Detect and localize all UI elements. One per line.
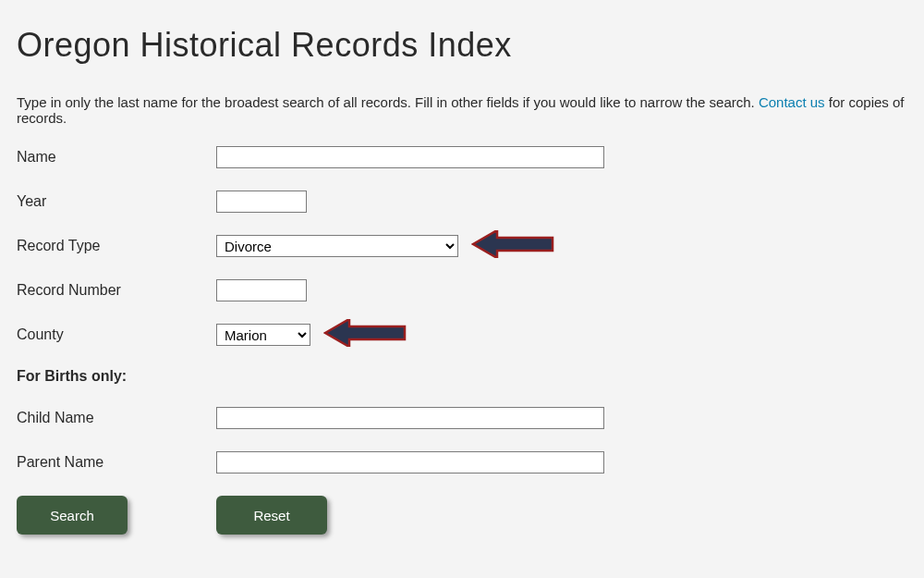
record-number-label: Record Number — [17, 282, 216, 299]
page-title: Oregon Historical Records Index — [17, 26, 907, 65]
year-input[interactable] — [216, 191, 307, 213]
contact-us-link[interactable]: Contact us — [759, 94, 825, 110]
record-type-select[interactable]: Divorce — [216, 235, 458, 257]
reset-button[interactable]: Reset — [216, 496, 327, 535]
parent-name-label: Parent Name — [17, 454, 216, 471]
child-name-input[interactable] — [216, 407, 604, 429]
parent-name-input[interactable] — [216, 451, 604, 473]
record-type-label: Record Type — [17, 238, 216, 254]
year-label: Year — [17, 193, 216, 210]
child-name-label: Child Name — [17, 410, 216, 426]
search-button[interactable]: Search — [17, 496, 128, 535]
name-label: Name — [17, 149, 216, 166]
record-number-input[interactable] — [216, 279, 307, 301]
arrow-annotation-icon — [323, 319, 394, 345]
county-select[interactable]: Marion — [216, 324, 310, 346]
county-label: County — [17, 326, 216, 343]
arrow-annotation-icon — [471, 230, 541, 256]
births-section-label: For Births only: — [17, 368, 907, 385]
intro-text-before: Type in only the last name for the broad… — [17, 94, 759, 110]
intro-text: Type in only the last name for the broad… — [17, 94, 907, 126]
name-input[interactable] — [216, 146, 604, 168]
